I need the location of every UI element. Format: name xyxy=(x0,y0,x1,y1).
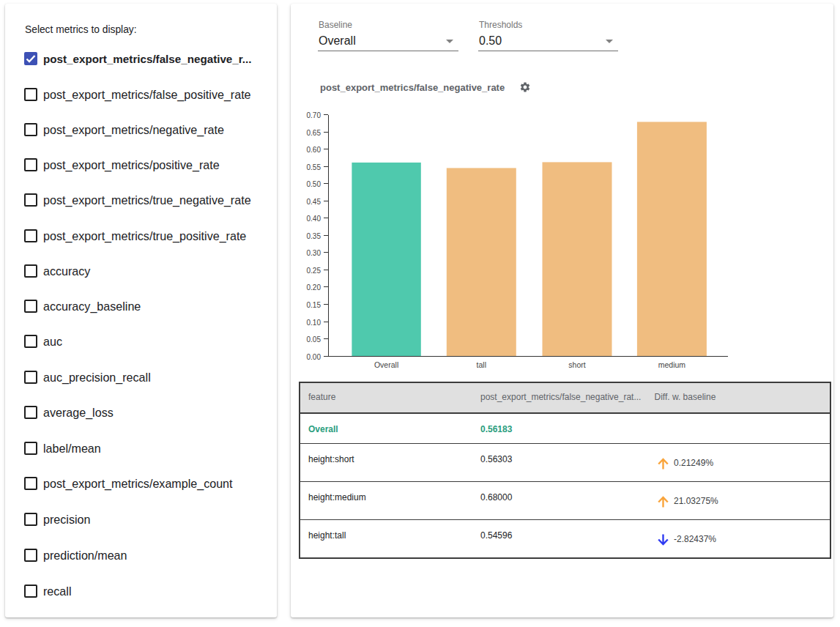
svg-text:medium: medium xyxy=(658,360,686,369)
svg-text:0.35: 0.35 xyxy=(307,232,321,240)
svg-text:0.45: 0.45 xyxy=(307,198,321,206)
svg-text:0.65: 0.65 xyxy=(307,129,321,137)
svg-text:0.25: 0.25 xyxy=(307,267,321,275)
svg-text:0.70: 0.70 xyxy=(307,111,321,119)
svg-text:0.55: 0.55 xyxy=(307,163,321,171)
svg-text:0.20: 0.20 xyxy=(307,283,321,292)
svg-text:0.50: 0.50 xyxy=(307,180,321,188)
svg-text:Overall: Overall xyxy=(374,360,398,369)
svg-text:short: short xyxy=(568,360,585,369)
svg-text:tall: tall xyxy=(477,360,486,369)
svg-text:0.15: 0.15 xyxy=(307,301,321,309)
svg-text:0.10: 0.10 xyxy=(307,319,321,327)
svg-text:0.00: 0.00 xyxy=(307,353,321,361)
svg-text:0.40: 0.40 xyxy=(307,215,321,223)
svg-text:0.05: 0.05 xyxy=(307,335,321,344)
svg-text:0.60: 0.60 xyxy=(307,146,321,154)
svg-text:0.30: 0.30 xyxy=(307,249,321,257)
